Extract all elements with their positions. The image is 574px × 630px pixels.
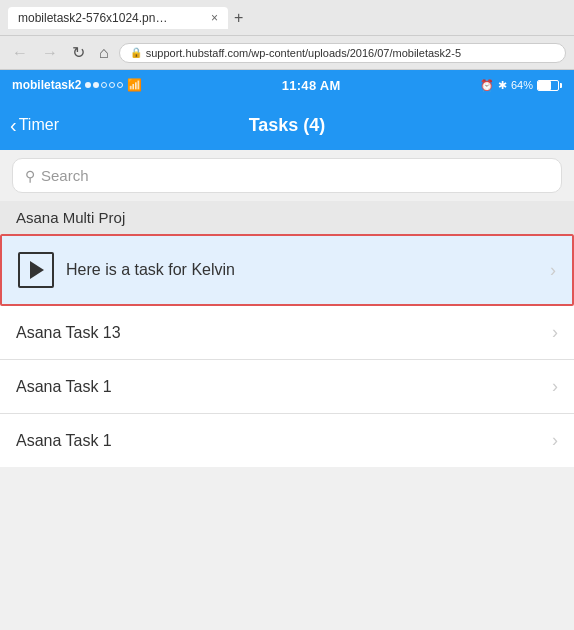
forward-button[interactable]: → — [38, 42, 62, 64]
search-container: ⚲ Search — [0, 150, 574, 201]
chevron-right-icon: › — [550, 260, 556, 281]
task-item[interactable]: Asana Task 13 › — [0, 306, 574, 360]
back-chevron-icon: ‹ — [10, 115, 17, 135]
signal-dot-5 — [117, 82, 123, 88]
ios-status-bar: mobiletask2 📶 11:48 AM ⏰ ✱ 64% — [0, 70, 574, 100]
carrier-name: mobiletask2 — [12, 78, 81, 92]
task-item[interactable]: Here is a task for Kelvin › — [0, 234, 574, 306]
wifi-icon: 📶 — [127, 78, 142, 92]
task-item-left: Here is a task for Kelvin — [18, 252, 235, 288]
browser-nav-bar: ← → ↻ ⌂ 🔒 support.hubstaff.com/wp-conten… — [0, 36, 574, 70]
signal-dot-3 — [101, 82, 107, 88]
search-bar[interactable]: ⚲ Search — [12, 158, 562, 193]
tab-title: mobiletask2-576x1024.png (576 — [18, 11, 168, 25]
task-item[interactable]: Asana Task 1 › — [0, 414, 574, 467]
task-list: Here is a task for Kelvin › Asana Task 1… — [0, 234, 574, 467]
search-placeholder: Search — [41, 167, 89, 184]
reload-button[interactable]: ↻ — [68, 41, 89, 64]
search-icon: ⚲ — [25, 168, 35, 184]
battery-fill — [538, 81, 551, 90]
back-button[interactable]: ← — [8, 42, 32, 64]
status-left: mobiletask2 📶 — [12, 78, 142, 92]
chevron-right-icon: › — [552, 322, 558, 343]
chevron-right-icon: › — [552, 376, 558, 397]
battery-body — [537, 80, 559, 91]
signal-dot-4 — [109, 82, 115, 88]
page-title: Tasks (4) — [249, 115, 326, 136]
task-name: Asana Task 13 — [16, 324, 121, 342]
lock-icon: 🔒 — [130, 47, 142, 58]
tab-close-icon[interactable]: × — [211, 11, 218, 25]
play-button[interactable] — [18, 252, 54, 288]
signal-dot-2 — [93, 82, 99, 88]
battery-percent: 64% — [511, 79, 533, 91]
new-tab-button[interactable]: + — [234, 9, 243, 27]
browser-tab[interactable]: mobiletask2-576x1024.png (576 × — [8, 7, 228, 29]
url-text: support.hubstaff.com/wp-content/uploads/… — [146, 47, 461, 59]
browser-chrome: mobiletask2-576x1024.png (576 × + ← → ↻ … — [0, 0, 574, 70]
battery-tip — [560, 83, 562, 88]
alarm-icon: ⏰ — [480, 79, 494, 92]
home-button[interactable]: ⌂ — [95, 42, 113, 64]
bluetooth-icon: ✱ — [498, 79, 507, 92]
status-time: 11:48 AM — [282, 78, 341, 93]
back-button[interactable]: ‹ Timer — [10, 115, 59, 135]
task-name: Asana Task 1 — [16, 432, 112, 450]
status-right: ⏰ ✱ 64% — [480, 79, 562, 92]
task-name: Here is a task for Kelvin — [66, 261, 235, 279]
chevron-right-icon: › — [552, 430, 558, 451]
signal-dots — [85, 82, 123, 88]
browser-tab-bar: mobiletask2-576x1024.png (576 × + — [0, 0, 574, 36]
app-header: ‹ Timer Tasks (4) — [0, 100, 574, 150]
battery-icon — [537, 80, 562, 91]
address-bar[interactable]: 🔒 support.hubstaff.com/wp-content/upload… — [119, 43, 566, 63]
task-item[interactable]: Asana Task 1 › — [0, 360, 574, 414]
signal-dot-1 — [85, 82, 91, 88]
back-label: Timer — [19, 116, 59, 134]
task-name: Asana Task 1 — [16, 378, 112, 396]
project-header: Asana Multi Proj — [0, 201, 574, 234]
play-triangle-icon — [30, 261, 44, 279]
